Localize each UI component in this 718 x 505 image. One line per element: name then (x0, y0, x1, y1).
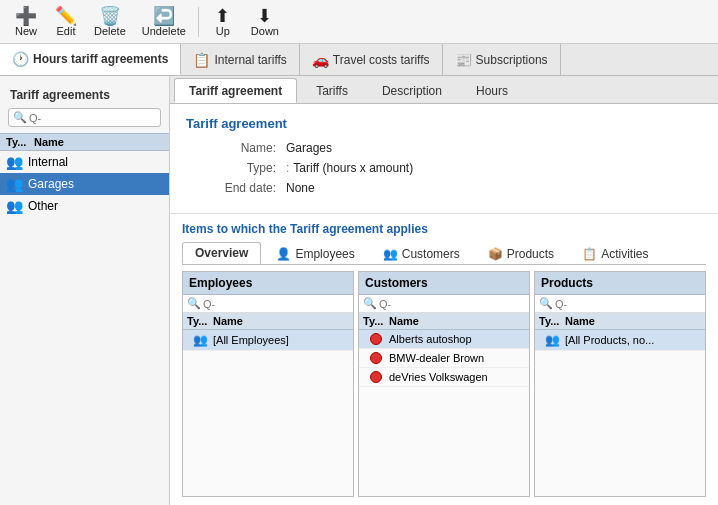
employees-search-bar[interactable]: 🔍 (183, 295, 353, 313)
items-tab-activities-label: Activities (601, 247, 648, 261)
items-tab-customers-label: Customers (402, 247, 460, 261)
inner-tab-hours-label: Hours (476, 84, 508, 98)
products-search-icon: 🔍 (539, 297, 553, 310)
customers-tab-icon: 👥 (383, 247, 398, 261)
sidebar-item-internal[interactable]: 👥 Internal (0, 151, 169, 173)
items-section: Items to which the Tariff agreement appl… (170, 214, 718, 505)
products-tab-icon: 📦 (488, 247, 503, 261)
sidebar-item-other-label: Other (28, 199, 163, 213)
sidebar-search-box[interactable]: 🔍 (8, 108, 161, 127)
table-row[interactable]: Alberts autoshop (359, 330, 529, 349)
inner-tab-tariff-agreement[interactable]: Tariff agreement (174, 78, 297, 103)
content-area: Tariff agreements 🔍 Ty... Name 👥 Interna… (0, 76, 718, 505)
inner-tab-description-label: Description (382, 84, 442, 98)
undelete-button[interactable]: ↩️ Undelete (136, 5, 192, 39)
products-search-bar[interactable]: 🔍 (535, 295, 705, 313)
customers-row1-name: BMW-dealer Brown (389, 352, 525, 364)
internal-icon: 👥 (6, 154, 28, 170)
type-label: Type: (186, 161, 276, 175)
items-tab-customers[interactable]: 👥 Customers (370, 242, 473, 264)
inner-tab-tariffs-label: Tariffs (316, 84, 348, 98)
down-icon: ⬇ (257, 7, 272, 25)
inner-tab-description[interactable]: Description (367, 78, 457, 103)
hours-tariff-label: Hours tariff agreements (33, 52, 168, 66)
type-colon-icon: : (286, 161, 289, 175)
internal-tariffs-icon: 📋 (193, 52, 210, 68)
tab-hours-tariff[interactable]: 🕐 Hours tariff agreements (0, 44, 181, 75)
sidebar-item-internal-label: Internal (28, 155, 163, 169)
customers-row0-icon (363, 333, 389, 345)
other-icon: 👥 (6, 198, 28, 214)
form-section-title: Tariff agreement (186, 116, 702, 131)
form-row-end-date: End date: None (186, 181, 702, 195)
tab-subscriptions[interactable]: 📰 Subscriptions (443, 44, 561, 75)
tab-travel-costs[interactable]: 🚗 Travel costs tariffs (300, 44, 443, 75)
sidebar-item-other[interactable]: 👥 Other (0, 195, 169, 217)
sidebar-col-ty: Ty... (6, 136, 34, 148)
up-button[interactable]: ⬆ Up (205, 5, 241, 39)
internal-tariffs-label: Internal tariffs (214, 53, 286, 67)
edit-icon: ✏️ (55, 7, 77, 25)
products-search-input[interactable] (555, 298, 701, 310)
sidebar-col-name: Name (34, 136, 163, 148)
products-table-header: Ty... Name (535, 313, 705, 330)
customers-search-input[interactable] (379, 298, 525, 310)
name-value: Garages (286, 141, 332, 155)
sidebar-item-garages[interactable]: 👥 Garages (0, 173, 169, 195)
new-label: New (15, 25, 37, 37)
garages-icon: 👥 (6, 176, 28, 192)
tab-internal-tariffs[interactable]: 📋 Internal tariffs (181, 44, 299, 75)
inner-tab-tariffs[interactable]: Tariffs (301, 78, 363, 103)
table-row[interactable]: 👥 [All Products, no... (535, 330, 705, 351)
customers-row2-icon (363, 371, 389, 383)
edit-button[interactable]: ✏️ Edit (48, 5, 84, 39)
down-label: Down (251, 25, 279, 37)
up-icon: ⬆ (215, 7, 230, 25)
inner-tab-tariff-agreement-label: Tariff agreement (189, 84, 282, 98)
delete-label: Delete (94, 25, 126, 37)
new-button[interactable]: ➕ New (8, 5, 44, 39)
items-tab-activities[interactable]: 📋 Activities (569, 242, 661, 264)
items-tab-products[interactable]: 📦 Products (475, 242, 567, 264)
down-button[interactable]: ⬇ Down (245, 5, 285, 39)
sidebar-item-garages-label: Garages (28, 177, 163, 191)
products-th-name: Name (565, 315, 701, 327)
form-row-type: Type: :Tariff (hours x amount) (186, 161, 702, 175)
edit-label: Edit (57, 25, 76, 37)
customers-column: Customers 🔍 Ty... Name Alberts autoshop (358, 271, 530, 497)
form-area: Tariff agreement Name: Garages Type: :Ta… (170, 104, 718, 214)
employees-search-input[interactable] (203, 298, 349, 310)
end-date-label: End date: (186, 181, 276, 195)
main-panel: Tariff agreement Tariffs Description Hou… (170, 76, 718, 505)
inner-tab-hours[interactable]: Hours (461, 78, 523, 103)
new-icon: ➕ (15, 7, 37, 25)
customers-th-name: Name (389, 315, 525, 327)
customers-search-bar[interactable]: 🔍 (359, 295, 529, 313)
table-row[interactable]: BMW-dealer Brown (359, 349, 529, 368)
sidebar-list-header: Ty... Name (0, 133, 169, 151)
undelete-label: Undelete (142, 25, 186, 37)
items-tab-employees-label: Employees (295, 247, 354, 261)
travel-costs-icon: 🚗 (312, 52, 329, 68)
items-tab-employees[interactable]: 👤 Employees (263, 242, 367, 264)
customers-row1-icon (363, 352, 389, 364)
products-column: Products 🔍 Ty... Name 👥 [All Products, n… (534, 271, 706, 497)
products-row0-icon: 👥 (539, 333, 565, 347)
table-row[interactable]: deVries Volkswagen (359, 368, 529, 387)
items-tab-overview-label: Overview (195, 246, 248, 260)
name-label: Name: (186, 141, 276, 155)
items-tab-products-label: Products (507, 247, 554, 261)
products-row0-name: [All Products, no... (565, 334, 701, 346)
customers-search-icon: 🔍 (363, 297, 377, 310)
form-row-name: Name: Garages (186, 141, 702, 155)
items-tab-overview[interactable]: Overview (182, 242, 261, 264)
travel-costs-label: Travel costs tariffs (333, 53, 430, 67)
sidebar-title: Tariff agreements (0, 84, 169, 108)
table-row[interactable]: 👥 [All Employees] (183, 330, 353, 351)
delete-button[interactable]: 🗑️ Delete (88, 5, 132, 39)
type-value: :Tariff (hours x amount) (286, 161, 413, 175)
sidebar-search-input[interactable] (29, 112, 156, 124)
sidebar-search-icon: 🔍 (13, 111, 27, 124)
main-tab-bar: 🕐 Hours tariff agreements 📋 Internal tar… (0, 44, 718, 76)
inner-tab-bar: Tariff agreement Tariffs Description Hou… (170, 76, 718, 104)
